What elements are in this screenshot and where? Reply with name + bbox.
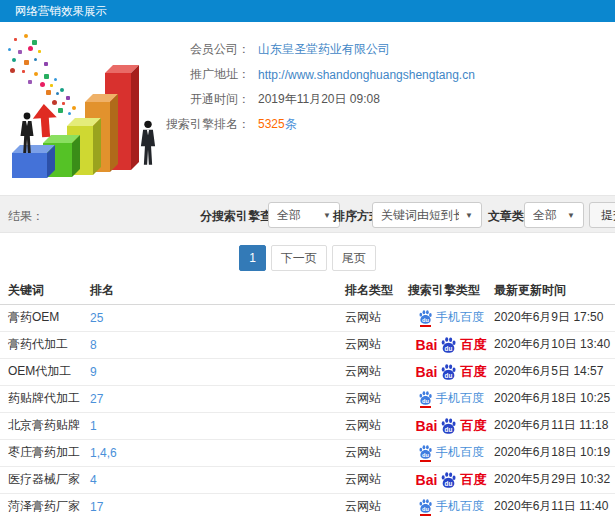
engine-filter-select[interactable]: 全部 ▼ xyxy=(268,202,340,228)
baidu-logo: Baidu百度 xyxy=(416,471,487,489)
rank-type-cell: 云网站 xyxy=(345,304,408,331)
baidu-cn-text: 百度 xyxy=(460,336,486,354)
rank-link[interactable]: 8 xyxy=(90,338,97,352)
page-title: 网络营销效果展示 xyxy=(0,0,107,22)
pagination: 1 下一页 尾页 xyxy=(0,245,615,271)
sort-filter-select[interactable]: 关键词由短到长排序 ▼ xyxy=(372,202,482,228)
businessman-right-icon xyxy=(136,120,160,168)
info-row-open-time: 开通时间： 2019年11月20日 09:08 xyxy=(155,87,475,112)
company-label: 会员公司： xyxy=(155,41,250,58)
mobile-baidu-label: 手机百度 xyxy=(436,390,484,407)
header-updated: 最新更新时间 xyxy=(494,278,615,304)
keyword-cell: 膏药OEM xyxy=(0,304,90,331)
rank-cell: 17 xyxy=(90,493,345,520)
confetti-dot xyxy=(34,58,37,61)
article-type-value: 全部 xyxy=(533,207,561,224)
updated-cell: 2020年6月18日 10:19 xyxy=(494,439,615,466)
submit-button[interactable]: 提交 xyxy=(589,202,615,228)
sort-filter-value: 关键词由短到长排序 xyxy=(381,207,459,224)
baidu-cn-text: 百度 xyxy=(460,363,486,381)
info-row-rank-count: 搜索引擎排名： 5325条 xyxy=(155,112,475,137)
confetti-dot xyxy=(46,90,51,95)
baidu-paw-icon: du xyxy=(440,471,457,488)
mobile-baidu-icon: du xyxy=(418,444,433,462)
confetti-dot xyxy=(38,50,41,53)
header-keyword: 关键词 xyxy=(0,278,90,304)
engine-type-cell: Baidu百度 xyxy=(408,331,494,358)
engine-type-cell: du手机百度 xyxy=(408,304,494,331)
company-link[interactable]: 山东皇圣堂药业有限公司 xyxy=(258,41,390,58)
page-1-button[interactable]: 1 xyxy=(239,245,266,271)
svg-text:du: du xyxy=(445,345,453,352)
mobile-baidu-badge: du手机百度 xyxy=(418,498,484,516)
rank-type-cell: 云网站 xyxy=(345,493,408,520)
rank-link[interactable]: 4 xyxy=(90,473,97,487)
next-page-button[interactable]: 下一页 xyxy=(271,245,327,271)
updated-cell: 2020年6月5日 14:57 xyxy=(494,358,615,385)
rank-link[interactable]: 25 xyxy=(90,311,103,325)
svg-text:du: du xyxy=(422,316,429,322)
table-row: 膏药OEM25云网站du手机百度2020年6月9日 17:50 xyxy=(0,304,615,331)
last-page-button[interactable]: 尾页 xyxy=(332,245,376,271)
keyword-cell: 医疗器械厂家 xyxy=(0,466,90,493)
updated-cell: 2020年6月11日 11:18 xyxy=(494,412,615,439)
filter-bar: 结果： 分搜索引擎查看 全部 ▼ 排序方式 关键词由短到长排序 ▼ 文章类型 全… xyxy=(0,195,615,233)
marketing-report-page: 网络营销效果展示 xyxy=(0,0,615,520)
promotion-url-link[interactable]: http://www.shandonghuangshengtang.cn xyxy=(258,68,475,82)
svg-text:du: du xyxy=(422,397,429,403)
confetti-dot xyxy=(44,62,48,66)
rank-cell: 25 xyxy=(90,304,345,331)
baidu-red-underline xyxy=(420,406,431,408)
rank-type-cell: 云网站 xyxy=(345,358,408,385)
rank-cell: 8 xyxy=(90,331,345,358)
updated-cell: 2020年6月10日 13:40 xyxy=(494,331,615,358)
baidu-red-underline xyxy=(420,325,431,327)
svg-text:du: du xyxy=(445,426,453,433)
header-engine-type: 搜索引擎类型 xyxy=(408,278,494,304)
baidu-paw-icon: du xyxy=(440,336,457,353)
rank-link[interactable]: 1,4,6 xyxy=(90,446,117,460)
rank-count-value: 5325条 xyxy=(258,116,297,133)
confetti-dot xyxy=(28,46,33,51)
baidu-logo: Baidu百度 xyxy=(416,336,487,354)
engine-type-cell: du手机百度 xyxy=(408,493,494,520)
mobile-baidu-label: 手机百度 xyxy=(436,498,484,515)
rank-link[interactable]: 17 xyxy=(90,500,103,514)
baidu-bai-text: Bai xyxy=(416,418,438,434)
engine-type-cell: du手机百度 xyxy=(408,439,494,466)
updated-cell: 2020年6月11日 11:40 xyxy=(494,493,615,520)
article-type-select[interactable]: 全部 ▼ xyxy=(524,202,584,228)
rank-count-number: 5325 xyxy=(258,117,285,131)
table-row: 菏泽膏药厂家17云网站du手机百度2020年6月11日 11:40 xyxy=(0,493,615,520)
confetti-dot xyxy=(68,112,71,115)
chevron-down-icon: ▼ xyxy=(323,211,331,220)
keyword-cell: 药贴牌代加工 xyxy=(0,385,90,412)
rank-link[interactable]: 27 xyxy=(90,392,103,406)
table-row: 医疗器械厂家4云网站Baidu百度2020年5月29日 10:32 xyxy=(0,466,615,493)
keyword-cell: 枣庄膏药加工 xyxy=(0,439,90,466)
rank-type-cell: 云网站 xyxy=(345,439,408,466)
table-row: 北京膏药贴牌1云网站Baidu百度2020年6月11日 11:18 xyxy=(0,412,615,439)
updated-cell: 2020年5月29日 10:32 xyxy=(494,466,615,493)
mobile-baidu-badge: du手机百度 xyxy=(418,390,484,408)
table-header-row: 关键词 排名 排名类型 搜索引擎类型 最新更新时间 xyxy=(0,278,615,304)
mobile-baidu-badge: du手机百度 xyxy=(418,309,484,327)
rank-link[interactable]: 9 xyxy=(90,365,97,379)
rank-type-cell: 云网站 xyxy=(345,385,408,412)
keyword-cell: 菏泽膏药厂家 xyxy=(0,493,90,520)
rank-type-cell: 云网站 xyxy=(345,331,408,358)
rank-cell: 27 xyxy=(90,385,345,412)
chevron-down-icon: ▼ xyxy=(567,211,575,220)
title-bar: 网络营销效果展示 xyxy=(0,0,615,22)
header-rank-type: 排名类型 xyxy=(345,278,408,304)
ranking-table: 关键词 排名 排名类型 搜索引擎类型 最新更新时间 膏药OEM25云网站du手机… xyxy=(0,278,615,520)
baidu-bai-text: Bai xyxy=(416,364,438,380)
confetti-dot xyxy=(28,80,32,84)
confetti-dot xyxy=(10,68,15,73)
table-row: 枣庄膏药加工1,4,6云网站du手机百度2020年6月18日 10:19 xyxy=(0,439,615,466)
member-info: 会员公司： 山东皇圣堂药业有限公司 推广地址： http://www.shand… xyxy=(155,37,475,137)
header-rank: 排名 xyxy=(90,278,345,304)
rank-link[interactable]: 1 xyxy=(90,419,97,433)
svg-text:du: du xyxy=(445,480,453,487)
confetti-dot xyxy=(12,58,16,62)
